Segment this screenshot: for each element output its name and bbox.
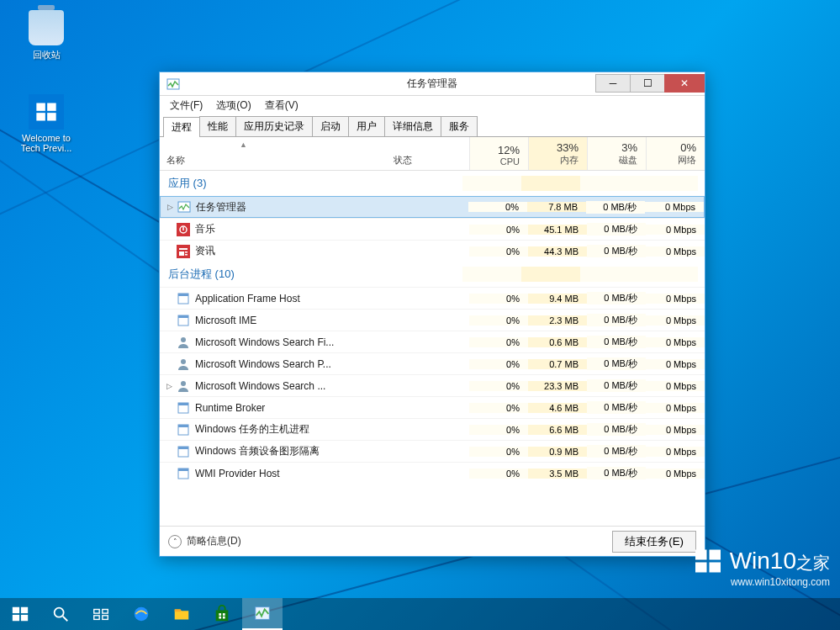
net-value: 0 Mbps <box>646 294 705 304</box>
col-name[interactable]: ▲ 名称 <box>160 137 394 170</box>
net-pct: 0% <box>647 141 696 154</box>
svg-rect-33 <box>21 607 28 613</box>
svg-rect-31 <box>709 563 721 573</box>
search-button[interactable] <box>40 598 81 630</box>
svg-rect-21 <box>178 403 188 405</box>
svg-rect-48 <box>223 617 225 619</box>
store-button[interactable] <box>202 598 242 630</box>
task-manager-taskbar-button[interactable] <box>242 598 283 630</box>
titlebar[interactable]: 任务管理器 ─ ☐ ✕ <box>160 72 705 96</box>
disk-value: 0 MB/秒 <box>587 336 646 348</box>
process-row[interactable]: Application Frame Host0%9.4 MB0 MB/秒0 Mb… <box>160 287 705 309</box>
task-view-button[interactable] <box>81 598 121 630</box>
disk-value: 0 MB/秒 <box>587 423 646 436</box>
svg-rect-45 <box>219 613 221 616</box>
ie-button[interactable] <box>121 598 161 630</box>
menu-file[interactable]: 文件(F) <box>163 97 209 114</box>
expand-icon[interactable]: ▷ <box>163 382 175 390</box>
file-explorer-button[interactable] <box>161 598 202 630</box>
process-icon <box>177 314 190 327</box>
col-name-label: 名称 <box>166 154 185 167</box>
tab-users[interactable]: 用户 <box>348 116 385 136</box>
expand-icon[interactable]: ▷ <box>164 203 176 211</box>
process-row[interactable]: Windows 任务的主机进程0%6.6 MB0 MB/秒0 Mbps <box>160 418 705 440</box>
process-row[interactable]: 资讯0%44.3 MB0 MB/秒0 Mbps <box>160 240 705 262</box>
process-row[interactable]: Microsoft Windows Search P...0%0.7 MB0 M… <box>160 352 705 374</box>
net-value: 0 Mbps <box>646 315 705 326</box>
svg-rect-35 <box>21 615 28 621</box>
process-row[interactable]: 音乐0%45.1 MB0 MB/秒0 Mbps <box>160 218 705 240</box>
process-row[interactable]: Microsoft Windows Search Fi...0%0.6 MB0 … <box>160 331 705 352</box>
svg-rect-9 <box>179 248 188 250</box>
maximize-button[interactable]: ☐ <box>630 74 665 93</box>
process-row[interactable]: ▷任务管理器0%7.8 MB0 MB/秒0 Mbps <box>160 196 705 218</box>
mem-value: 45.1 MB <box>528 225 587 235</box>
process-row[interactable]: Microsoft IME0%2.3 MB0 MB/秒0 Mbps <box>160 309 705 331</box>
disk-value: 0 MB/秒 <box>587 357 646 370</box>
process-icon <box>177 423 190 437</box>
col-network[interactable]: 0% 网络 <box>646 137 705 170</box>
process-name: Application Frame Host <box>195 293 394 304</box>
col-memory[interactable]: 33% 内存 <box>528 137 587 170</box>
footer: ˄ 简略信息(D) 结束任务(E) <box>160 526 705 556</box>
end-task-button[interactable]: 结束任务(E) <box>612 531 696 553</box>
process-icon <box>177 357 190 371</box>
cpu-value: 0% <box>469 469 528 479</box>
mem-value: 3.5 MB <box>528 469 587 479</box>
col-cpu[interactable]: 12% CPU <box>469 137 528 170</box>
process-list[interactable]: 应用 (3)▷任务管理器0%7.8 MB0 MB/秒0 Mbps音乐0%45.1… <box>160 171 705 526</box>
tab-details[interactable]: 详细信息 <box>384 116 441 136</box>
menu-options[interactable]: 选项(O) <box>209 97 257 114</box>
fewer-details-button[interactable]: ˄ 简略信息(D) <box>168 534 241 548</box>
svg-point-36 <box>55 608 64 617</box>
col-disk[interactable]: 3% 磁盘 <box>587 137 646 170</box>
tab-performance[interactable]: 性能 <box>199 116 236 136</box>
process-row[interactable]: WMI Provider Host0%3.5 MB0 MB/秒0 Mbps <box>160 462 705 484</box>
recycle-bin-icon[interactable]: 回收站 <box>17 10 76 61</box>
task-manager-icon <box>166 77 180 91</box>
process-row[interactable]: Windows 音频设备图形隔离0%0.9 MB0 MB/秒0 Mbps <box>160 440 705 462</box>
process-icon <box>177 292 190 305</box>
net-value: 0 Mbps <box>646 381 705 391</box>
tab-app-history[interactable]: 应用历史记录 <box>235 116 313 136</box>
tab-processes[interactable]: 进程 <box>163 117 200 137</box>
welcome-tile-label: Welcome to Tech Previ... <box>17 133 76 153</box>
cpu-value: 0% <box>469 403 528 413</box>
cpu-value: 0% <box>469 225 528 235</box>
svg-rect-39 <box>103 610 108 614</box>
disk-value: 0 MB/秒 <box>587 314 646 326</box>
net-value: 0 Mbps <box>646 403 705 413</box>
fewer-details-label: 简略信息(D) <box>187 534 241 548</box>
cpu-value: 0% <box>469 447 528 457</box>
disk-pct: 3% <box>588 141 637 154</box>
tab-services[interactable]: 服务 <box>441 116 478 136</box>
svg-rect-32 <box>13 607 19 613</box>
start-button[interactable] <box>0 598 40 630</box>
process-row[interactable]: Runtime Broker0%4.6 MB0 MB/秒0 Mbps <box>160 396 705 418</box>
process-icon <box>177 245 190 258</box>
process-icon <box>177 445 190 458</box>
cpu-pct: 12% <box>470 144 520 156</box>
process-name: 资讯 <box>195 244 394 258</box>
menu-view[interactable]: 查看(V) <box>258 97 305 114</box>
welcome-tile-icon[interactable]: Welcome to Tech Previ... <box>17 94 76 153</box>
col-status[interactable]: 状态 <box>394 137 469 170</box>
net-value: 0 Mbps <box>646 469 705 479</box>
svg-rect-27 <box>178 469 188 471</box>
disk-value: 0 MB/秒 <box>587 467 646 479</box>
svg-rect-12 <box>185 254 188 256</box>
recycle-bin-label: 回收站 <box>17 49 76 61</box>
minimize-button[interactable]: ─ <box>595 74 631 93</box>
mem-value: 44.3 MB <box>528 246 587 257</box>
process-icon <box>177 223 190 236</box>
mem-value: 23.3 MB <box>528 381 587 391</box>
close-button[interactable]: ✕ <box>664 74 705 93</box>
process-name: Windows 任务的主机进程 <box>195 422 394 437</box>
process-icon <box>177 336 190 349</box>
cpu-value: 0% <box>469 246 528 257</box>
disk-value: 0 MB/秒 <box>586 201 645 214</box>
disk-value: 0 MB/秒 <box>587 379 646 392</box>
tab-startup[interactable]: 启动 <box>312 116 349 136</box>
disk-value: 0 MB/秒 <box>587 292 646 304</box>
process-row[interactable]: ▷Microsoft Windows Search ...0%23.3 MB0 … <box>160 374 705 396</box>
